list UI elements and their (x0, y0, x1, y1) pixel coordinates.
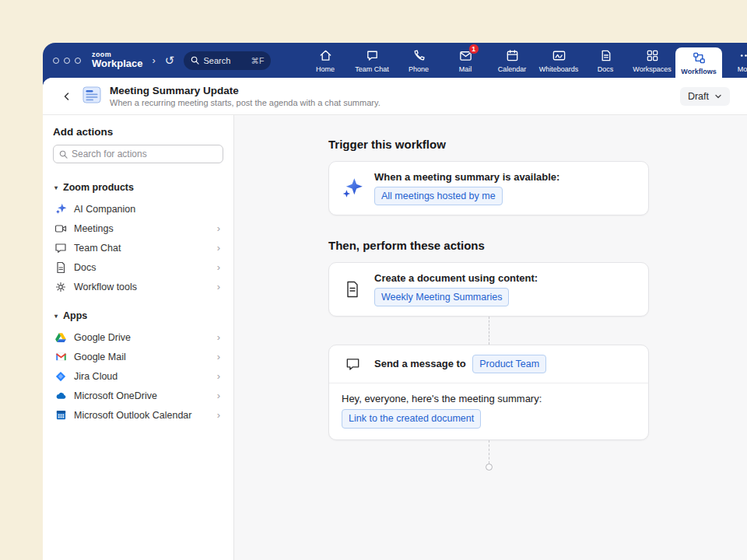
chevron-right-icon: › (217, 410, 220, 420)
nav-tab-phone[interactable]: Phone (395, 43, 442, 78)
search-icon (191, 56, 199, 65)
chevron-right-icon: › (217, 262, 220, 272)
sidebar-item-docs[interactable]: Docs › (53, 257, 223, 277)
sidebar-item-ai-companion[interactable]: AI Companion (53, 199, 223, 219)
section-label: Zoom products (63, 182, 134, 193)
window-minimize-button[interactable] (64, 58, 70, 64)
add-step-node[interactable] (486, 464, 493, 471)
create-document-chip[interactable]: Weekly Meeting Summaries (374, 288, 509, 306)
main-area: Meeting Summary Update When a recurring … (43, 78, 747, 560)
nav-tab-label: Home (316, 65, 335, 73)
sidebar-item-label: Docs (74, 262, 96, 273)
section-zoom-products: ▾ Zoom products AI Companion (53, 180, 223, 296)
nav-tab-label: Phone (409, 65, 429, 73)
workflow-header: Meeting Summary Update When a recurring … (43, 78, 747, 115)
window-maximize-button[interactable] (75, 58, 81, 64)
sidebar-item-workflow-tools[interactable]: Workflow tools › (53, 277, 223, 296)
mail-badge: 1 (468, 44, 479, 54)
nav-tab-label: Team Chat (355, 65, 389, 73)
nav-tab-label: Docs (598, 65, 614, 73)
outlook-calendar-icon (54, 409, 67, 422)
whiteboards-icon (552, 48, 566, 63)
message-link-chip[interactable]: Link to the created document (342, 409, 481, 428)
sidebar-item-team-chat[interactable]: Team Chat › (53, 238, 223, 257)
trigger-heading: Trigger this workflow (328, 138, 649, 151)
actions-search-input[interactable] (72, 149, 217, 159)
trigger-card[interactable]: When a meeting summary is available: All… (328, 161, 649, 215)
nav-tab-home[interactable]: Home (302, 43, 349, 78)
sidebar-title: Add actions (53, 126, 223, 138)
ai-companion-icon (54, 203, 67, 215)
onedrive-icon (54, 390, 67, 402)
global-search[interactable]: Search ⌘F (184, 51, 271, 70)
ai-companion-icon (342, 177, 363, 199)
section-header-zoom-products[interactable]: ▾ Zoom products (53, 180, 223, 194)
document-icon (342, 281, 363, 298)
send-message-text: Send a message to (374, 358, 466, 369)
team-chat-icon (54, 242, 67, 254)
chevron-right-icon: › (217, 390, 220, 401)
create-document-card[interactable]: Create a document using content: Weekly … (328, 262, 649, 317)
sidebar-item-microsoft-outlook-calendar[interactable]: Microsoft Outlook Calendar › (53, 405, 223, 425)
nav-tab-docs[interactable]: Docs (582, 43, 629, 78)
chevron-right-icon: › (217, 352, 220, 362)
sidebar-item-label: Google Drive (74, 332, 131, 343)
more-dots-icon (738, 48, 747, 63)
actions-search[interactable] (53, 145, 223, 163)
message-body: Hey, everyone, here's the meeting summar… (329, 383, 648, 439)
back-button[interactable] (58, 88, 75, 105)
google-mail-icon (54, 351, 67, 363)
nav-tab-label: More (738, 65, 747, 73)
docs-icon (54, 261, 67, 274)
nav-tab-label: Workflows (681, 68, 716, 75)
history-icon[interactable]: ↺ (165, 54, 175, 66)
actions-sidebar: Add actions ▾ Zoom products (43, 115, 234, 560)
nav-tab-calendar[interactable]: Calendar (489, 43, 535, 78)
calendar-icon (505, 48, 520, 63)
trigger-chip[interactable]: All meetings hosted by me (374, 187, 503, 205)
window-controls[interactable] (53, 58, 81, 64)
sidebar-item-google-mail[interactable]: Google Mail › (53, 347, 223, 366)
nav-tab-more[interactable]: More (722, 43, 747, 78)
team-chat-icon (365, 48, 380, 63)
sidebar-item-label: Google Mail (74, 352, 126, 362)
send-message-recipient-chip[interactable]: Product Team (472, 355, 546, 373)
status-dropdown[interactable]: Draft (680, 87, 730, 106)
chevron-right-icon: › (217, 223, 220, 233)
search-icon (59, 150, 68, 159)
search-shortcut: ⌘F (251, 56, 265, 65)
chevron-right-icon[interactable]: › (153, 54, 156, 66)
workflow-subtitle: When a recurring meeting starts, post th… (110, 98, 381, 107)
nav-tab-team-chat[interactable]: Team Chat (349, 43, 395, 78)
home-icon (318, 48, 333, 63)
zoom-products-list: AI Companion Meetings › (53, 199, 223, 296)
sidebar-item-label: Microsoft Outlook Calendar (74, 410, 191, 421)
nav-tab-workflows[interactable]: Workflows (675, 47, 722, 78)
app-window: zoom Workplace › ↺ Search ⌘F Home Team C… (43, 43, 747, 560)
search-label: Search (203, 56, 230, 65)
status-label: Draft (688, 91, 709, 102)
nav-tab-label: Mail (459, 65, 472, 73)
body-row: Add actions ▾ Zoom products (43, 115, 747, 560)
chevron-right-icon: › (217, 282, 220, 292)
nav-tab-workspaces[interactable]: Workspaces (629, 43, 675, 78)
chevron-right-icon: › (217, 332, 220, 342)
section-header-apps[interactable]: ▾ Apps (53, 309, 223, 323)
nav-tab-label: Calendar (498, 65, 527, 73)
chevron-left-icon (61, 91, 72, 102)
chevron-down-icon (714, 93, 722, 100)
chevron-right-icon: › (217, 243, 220, 253)
meetings-icon (54, 222, 67, 235)
nav-tab-mail[interactable]: 1 Mail (442, 43, 489, 78)
send-message-card[interactable]: Send a message to Product Team Hey, ever… (328, 345, 649, 439)
workflow-column: Trigger this workflow When a meeting sum… (328, 115, 649, 471)
sidebar-item-google-drive[interactable]: Google Drive › (53, 327, 223, 347)
sidebar-item-label: Team Chat (74, 243, 121, 254)
sidebar-item-meetings[interactable]: Meetings › (53, 219, 223, 238)
sidebar-item-jira-cloud[interactable]: Jira Cloud › (53, 366, 223, 386)
sidebar-item-microsoft-onedrive[interactable]: Microsoft OneDrive › (53, 386, 223, 405)
gear-icon (54, 281, 67, 293)
workflow-header-texts: Meeting Summary Update When a recurring … (110, 85, 381, 107)
window-close-button[interactable] (53, 58, 59, 64)
nav-tab-whiteboards[interactable]: Whiteboards (535, 43, 582, 78)
